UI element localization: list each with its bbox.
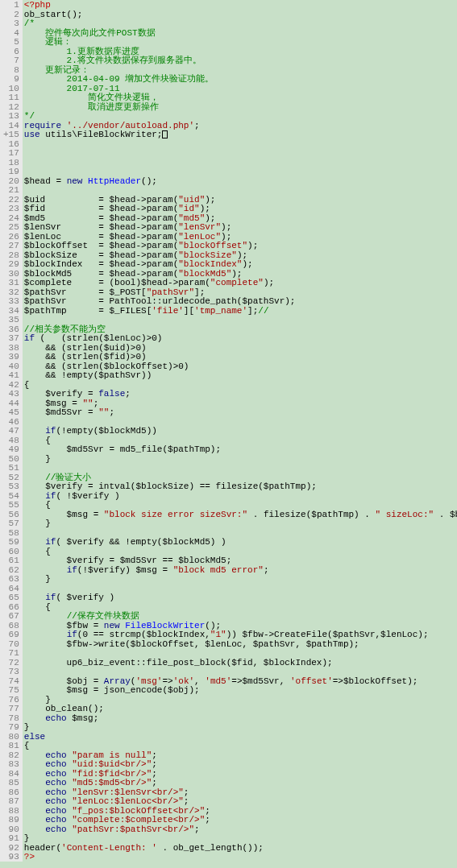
code-line[interactable]: $msg = ""; bbox=[24, 399, 455, 408]
code-line[interactable]: if(!$verify) $msg = "block md5 error"; bbox=[24, 565, 455, 575]
code-line[interactable]: 1.更新数据库进度 bbox=[24, 47, 455, 56]
code-line[interactable]: 2017-07-11 bbox=[24, 84, 455, 93]
code-line[interactable]: $pathTmp = $_FILES['file']['tmp_name'];/… bbox=[24, 306, 455, 316]
code-line[interactable]: if( !$verify ) bbox=[24, 491, 455, 501]
code-line[interactable] bbox=[24, 158, 455, 167]
code-line[interactable]: if ( (strlen($lenLoc)>0) bbox=[24, 333, 455, 343]
code-line[interactable]: { bbox=[24, 547, 455, 556]
code-line[interactable]: $fbw = new FileBlockWriter(); bbox=[24, 621, 455, 630]
code-line[interactable]: $pathSvr = $_POST["pathSvr"]; bbox=[24, 287, 455, 297]
code-line[interactable]: echo "uid:$uid<br/>"; bbox=[24, 759, 455, 769]
code-editor-area[interactable]: <?phpob_start();/* 控件每次向此文件POST数据 逻辑： 1.… bbox=[23, 0, 457, 862]
code-line[interactable]: && (strlen($uid)>0) bbox=[24, 343, 455, 353]
code-line[interactable]: 控件每次向此文件POST数据 bbox=[24, 28, 455, 38]
code-line[interactable]: echo $msg; bbox=[24, 713, 455, 723]
code-line[interactable] bbox=[24, 167, 455, 176]
code-line[interactable]: { bbox=[24, 741, 455, 750]
code-line[interactable]: if( $verify && !empty($blockMd5) ) bbox=[24, 537, 455, 547]
code-line[interactable]: echo "md5:$md5<br/>"; bbox=[24, 778, 455, 787]
line-number: 41 bbox=[3, 370, 19, 380]
code-line[interactable]: $complete = (bool)$head->param("complete… bbox=[24, 278, 455, 287]
code-line[interactable]: $verify = $md5Svr == $blockMd5; bbox=[24, 556, 455, 565]
code-line[interactable]: { bbox=[24, 602, 455, 612]
code-line[interactable]: if(0 == strcmp($blockIndex,"1")) $fbw->C… bbox=[24, 630, 455, 639]
code-line[interactable]: $msg = json_encode($obj); bbox=[24, 685, 455, 695]
code-line[interactable] bbox=[24, 185, 455, 195]
code-line[interactable] bbox=[24, 148, 455, 158]
code-line[interactable]: 2014-04-09 增加文件块验证功能。 bbox=[24, 74, 455, 84]
code-line[interactable]: $msg = "block size error sizeSvr:" . fil… bbox=[24, 510, 455, 519]
code-line[interactable]: 2.将文件块数据保存到服务器中。 bbox=[24, 56, 455, 65]
code-line[interactable]: $obj = Array('msg'=>'ok', 'md5'=>$md5Svr… bbox=[24, 676, 455, 686]
code-line[interactable]: ob_start(); bbox=[24, 10, 455, 19]
code-line[interactable]: /* bbox=[24, 19, 455, 28]
code-line[interactable]: 取消进度更新操作 bbox=[24, 102, 455, 112]
code-line[interactable]: { bbox=[24, 436, 455, 445]
code-line[interactable]: $verify = false; bbox=[24, 389, 455, 399]
code-line[interactable]: echo "param is null"; bbox=[24, 750, 455, 760]
code-line[interactable]: $pathSvr = PathTool::urldecode_path($pat… bbox=[24, 296, 455, 306]
code-line[interactable]: $blockMd5 = $head->param("blockMd5"); bbox=[24, 269, 455, 279]
code-line[interactable]: $blockOffset = $head->param("blockOffset… bbox=[24, 241, 455, 250]
code-line[interactable]: $md5Svr = ""; bbox=[24, 407, 455, 417]
code-line[interactable]: $verify = intval($blockSize) == filesize… bbox=[24, 482, 455, 491]
code-line[interactable]: //验证大小 bbox=[24, 473, 455, 482]
code-line[interactable]: $lenSvr = $head->param("lenSvr"); bbox=[24, 222, 455, 232]
code-line[interactable]: //相关参数不能为空 bbox=[24, 324, 455, 334]
code-line[interactable]: $uid = $head->param("uid"); bbox=[24, 195, 455, 205]
code-line[interactable] bbox=[24, 139, 455, 149]
code-line[interactable]: $lenLoc = $head->param("lenLoc"); bbox=[24, 232, 455, 242]
code-line[interactable]: echo "pathSvr:$pathSvr<br/>"; bbox=[24, 825, 455, 834]
code-line[interactable]: echo "lenLoc:$lenLoc<br/>"; bbox=[24, 796, 455, 806]
code-line[interactable]: 简化文件块逻辑， bbox=[24, 93, 455, 102]
code-line[interactable]: if( $verify ) bbox=[24, 593, 455, 602]
line-number: 86 bbox=[3, 787, 19, 797]
code-line[interactable]: ?> bbox=[24, 852, 455, 862]
code-line[interactable]: if(!empty($blockMd5)) bbox=[24, 426, 455, 436]
code-line[interactable]: $fbw->write($blockOffset, $lenLoc, $path… bbox=[24, 639, 455, 649]
code-line[interactable]: && (strlen($blockOffset)>0) bbox=[24, 362, 455, 371]
code-line[interactable] bbox=[24, 528, 455, 538]
code-line[interactable] bbox=[24, 667, 455, 676]
code-line[interactable]: header('Content-Length: ' . ob_get_lengt… bbox=[24, 843, 455, 853]
code-line[interactable]: && !empty($pathSvr)) bbox=[24, 370, 455, 380]
code-line[interactable]: } bbox=[24, 722, 455, 732]
code-line[interactable]: //保存文件块数据 bbox=[24, 611, 455, 621]
code-line[interactable]: { bbox=[24, 380, 455, 390]
code-line[interactable]: && (strlen($fid)>0) bbox=[24, 352, 455, 362]
code-line[interactable]: echo "fid:$fid<br/>"; bbox=[24, 769, 455, 779]
code-line[interactable]: } bbox=[24, 695, 455, 705]
code-line[interactable]: require '../vendor/autoload.php'; bbox=[24, 121, 455, 130]
code-line[interactable] bbox=[24, 584, 455, 593]
code-line[interactable]: $blockIndex = $head->param("blockIndex")… bbox=[24, 259, 455, 269]
code-line[interactable]: use utils\FileBlockWriter; bbox=[24, 130, 455, 139]
code-line[interactable]: 更新记录： bbox=[24, 65, 455, 75]
code-line[interactable]: } bbox=[24, 574, 455, 584]
code-line[interactable]: ob_clean(); bbox=[24, 704, 455, 713]
code-line[interactable]: 逻辑： bbox=[24, 37, 455, 47]
code-line[interactable]: echo "lenSvr:$lenSvr<br/>"; bbox=[24, 787, 455, 797]
code-line[interactable]: */ bbox=[24, 111, 455, 121]
code-line[interactable]: $head = new HttpHeader(); bbox=[24, 176, 455, 186]
code-line[interactable]: $md5Svr = md5_file($pathTmp); bbox=[24, 444, 455, 454]
code-line[interactable] bbox=[24, 315, 455, 324]
code-line[interactable]: $md5 = $head->param("md5"); bbox=[24, 213, 455, 223]
code-line[interactable]: } bbox=[24, 454, 455, 464]
code-line[interactable]: else bbox=[24, 732, 455, 742]
code-line[interactable]: $fid = $head->param("id"); bbox=[24, 204, 455, 213]
code-line[interactable]: } bbox=[24, 519, 455, 528]
line-number: 11 bbox=[3, 93, 19, 102]
code-line[interactable] bbox=[24, 648, 455, 658]
code-line[interactable]: { bbox=[24, 500, 455, 510]
line-number: 59 bbox=[3, 537, 19, 547]
code-line[interactable]: <?php bbox=[24, 0, 455, 10]
line-number: 58 bbox=[3, 528, 19, 538]
code-line[interactable]: echo "f_pos:$blockOffset<br/>"; bbox=[24, 806, 455, 816]
code-line[interactable]: } bbox=[24, 833, 455, 843]
code-line[interactable]: up6_biz_event::file_post_block($fid, $bl… bbox=[24, 658, 455, 668]
code-line[interactable]: echo "complete:$complete<br/>"; bbox=[24, 815, 455, 825]
line-number: 80 bbox=[3, 732, 19, 742]
code-line[interactable]: $blockSize = $head->param("blockSize"); bbox=[24, 250, 455, 260]
code-line[interactable] bbox=[24, 463, 455, 473]
code-line[interactable] bbox=[24, 417, 455, 427]
